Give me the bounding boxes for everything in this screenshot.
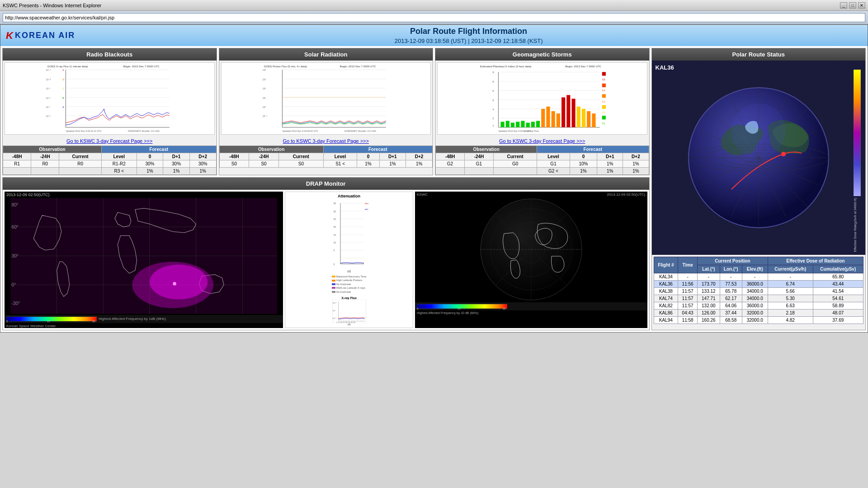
svg-text:10: 10	[333, 241, 336, 244]
polar-globe	[686, 85, 831, 230]
svg-text:G2: G2	[602, 111, 605, 114]
geo-obs-table: Observation Forecast -48H -24H Current L…	[435, 145, 649, 175]
svg-text:35: 35	[333, 202, 336, 205]
svg-text:25: 25	[333, 218, 336, 221]
svg-text:G5: G5	[602, 78, 605, 81]
svg-text:Begin: 2013 Dec 7 0000 UTC: Begin: 2013 Dec 7 0000 UTC	[565, 65, 601, 68]
svg-rect-0	[45, 63, 174, 134]
svg-rect-67	[511, 123, 514, 127]
svg-text:Updated 2013 Dec 9 03:01 UTC: Updated 2013 Dec 9 03:01 UTC	[498, 130, 531, 132]
legend-3: No Estimate	[336, 282, 351, 286]
polar-route-map: KAL36	[652, 61, 866, 255]
svg-text:10⁻³: 10⁻³	[46, 69, 51, 71]
legend-1: Balanced Recovery Time	[336, 275, 367, 278]
drap-freq-label: Highest Affected Frequency by 1dB (MHz)	[99, 317, 166, 321]
radio-obs-header: Observation	[3, 146, 102, 153]
svg-text:30°: 30°	[11, 253, 19, 258]
drap-footer: Korean Space Weather Center	[5, 323, 283, 328]
svg-text:10⁻⁸: 10⁻⁸	[46, 115, 51, 117]
svg-rect-86	[602, 84, 606, 87]
svg-text:HF2: HF2	[364, 202, 368, 205]
svg-rect-74	[546, 107, 550, 127]
svg-text:9: 9	[492, 70, 494, 74]
minimize-button[interactable]: _	[840, 2, 847, 9]
solar-forecast-link[interactable]: Go to KSWC 3-day Forecast Page >>>	[219, 136, 433, 145]
col-cumulative: Cumulative(μSv)	[813, 265, 863, 273]
svg-text:10³: 10³	[262, 78, 266, 81]
svg-text:10⁰: 10⁰	[262, 106, 266, 108]
address-input[interactable]	[3, 13, 865, 22]
svg-text:Updated 2013 Dec 9 03:06:02 UT: Updated 2013 Dec 9 03:06:02 UTC	[282, 130, 318, 132]
geomagnetic-panel: Geomagnetic Storms Estimated Planetary K…	[435, 48, 650, 175]
svg-text:0   5  10  15  20  25  30  35: 0 5 10 15 20 25 30 35	[336, 321, 356, 323]
svg-text:Estimated Planetary K Index (3: Estimated Planetary K Index (3 hour data…	[480, 65, 532, 68]
svg-text:Begin: 2013 Dec 7 0000 UTC: Begin: 2013 Dec 7 0000 UTC	[340, 65, 376, 68]
svg-rect-92	[602, 116, 606, 119]
svg-text:NOW/SWPC Boulder, CO USA: NOW/SWPC Boulder, CO USA	[344, 130, 377, 132]
svg-rect-90	[602, 105, 606, 109]
svg-text:15: 15	[47, 320, 50, 322]
svg-text:20: 20	[333, 225, 336, 228]
close-button[interactable]: ✕	[858, 2, 865, 9]
svg-text:30: 30	[503, 307, 506, 310]
col-time: Time	[678, 257, 698, 273]
radio-blackouts-panel: Radio Blackouts GOES X-ray Flux (1 minut…	[2, 48, 217, 175]
svg-rect-77	[561, 97, 565, 127]
svg-rect-75	[552, 111, 555, 127]
svg-text:C: C	[62, 87, 64, 90]
content-grid: Radio Blackouts GOES X-ray Flux (1 minut…	[0, 46, 868, 332]
svg-text:10⁻⁶: 10⁻⁶	[332, 310, 336, 312]
svg-rect-78	[566, 95, 570, 127]
current-position-header: Current Position	[697, 257, 768, 265]
drap-datetime-left: 2013-12-09 02:50(UTC)	[5, 192, 283, 198]
svg-text:Begin: 2013 Dec 7 0000 UTC: Begin: 2013 Dec 7 0000 UTC	[123, 65, 160, 68]
svg-rect-68	[516, 122, 519, 127]
svg-text:10⁻¹: 10⁻¹	[262, 115, 267, 117]
browser-titlebar: KSWC Presents - Windows Internet Explore…	[0, 0, 868, 11]
geomagnetic-header: Geomagnetic Storms	[435, 48, 649, 61]
browser-title: KSWC Presents - Windows Internet Explore…	[3, 3, 101, 8]
svg-text:10⁻⁷: 10⁻⁷	[46, 106, 51, 108]
logo-k-icon: K	[6, 30, 13, 42]
svg-rect-82	[587, 111, 590, 127]
korean-air-logo: K KOREAN AIR	[6, 30, 75, 42]
svg-rect-83	[592, 113, 595, 127]
svg-text:10⁻⁴: 10⁻⁴	[332, 302, 336, 304]
svg-text:10⁻⁶: 10⁻⁶	[46, 97, 51, 99]
solar-obs-table: Observation Forecast -48H -24H Current L…	[219, 145, 433, 168]
svg-rect-71	[531, 122, 535, 127]
col-current: Current(μSv/h)	[768, 265, 813, 273]
svg-point-114	[731, 103, 786, 158]
svg-rect-70	[526, 123, 530, 127]
svg-text:5: 5	[333, 249, 335, 252]
svg-rect-72	[536, 121, 540, 127]
svg-rect-79	[571, 99, 575, 127]
drap-content: 2013-12-09 02:50(UTC)	[3, 190, 649, 330]
flight-label: KAL36	[656, 64, 674, 71]
solar-radiation-chart: GOES Proton Flux (5 min, 4+ data) Begin:…	[221, 62, 431, 135]
svg-text:10⁻⁵: 10⁻⁵	[46, 87, 51, 90]
svg-text:G3: G3	[602, 100, 605, 103]
browser-controls: _ □ ✕	[840, 2, 865, 9]
svg-rect-76	[557, 113, 560, 127]
svg-text:1: 1	[492, 124, 494, 127]
attenuation-label: Attenuation	[338, 194, 360, 198]
legend-5: No Estimate	[336, 290, 351, 294]
drap-datetime-right: 2013-12-09 02:50(UTC)	[607, 192, 646, 197]
radio-obs-table: Observation Forecast -48H -24H Current L…	[3, 145, 217, 175]
svg-text:15: 15	[333, 234, 336, 236]
svg-text:10⁴: 10⁴	[262, 69, 266, 71]
svg-text:15: 15	[458, 307, 461, 310]
svg-text:G1: G1	[602, 122, 605, 125]
svg-text:5: 5	[492, 99, 494, 102]
geo-forecast-link[interactable]: Go to KSWC 3-day Forecast Page >>>	[435, 136, 649, 145]
col-lon: Lon.(°)	[720, 265, 742, 273]
radio-forecast-link[interactable]: Go to KSWC 3-day Forecast Page >>>	[3, 136, 217, 145]
logo-text: KOREAN AIR	[15, 31, 75, 40]
drap-panel: DRAP Monitor 2013-12-09 02:50(UTC)	[2, 177, 650, 330]
maximize-button[interactable]: □	[849, 2, 856, 9]
legend-2: High Latitude Protons	[336, 278, 363, 282]
solar-radiation-panel: Solar Radiation GOES Proton Flux (5 min,…	[219, 48, 434, 175]
svg-rect-69	[521, 121, 524, 127]
svg-rect-158	[332, 300, 366, 323]
